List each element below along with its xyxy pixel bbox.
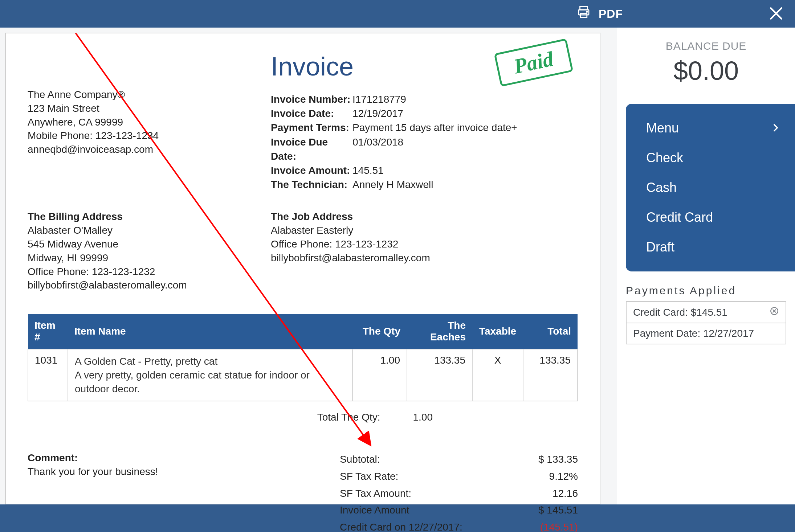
top-bar: PDF: [0, 0, 795, 28]
cell-total: 133.35: [523, 349, 578, 401]
menu-item-label: Menu: [646, 120, 679, 136]
comment-block: Comment: Thank you for your business!: [28, 452, 325, 532]
applied-payment-line1: Credit Card: $145.51: [633, 307, 727, 318]
billing-email: billybobfirst@alabasteromalley.com: [28, 278, 256, 292]
qty-total-value: 1.00: [413, 412, 433, 423]
meta-number: I171218779: [352, 92, 578, 106]
balance-due-amount: $0.00: [626, 56, 786, 86]
menu-item-label: Credit Card: [646, 210, 713, 225]
payment-menu-panel: Menu Check Cash Credit Card Draft: [626, 104, 795, 271]
taxrate-label: SF Tax Rate:: [340, 469, 523, 484]
taxamt-value: 12.16: [523, 486, 578, 501]
col-qty: The Qty: [352, 314, 407, 349]
company-block: The Anne Company® 123 Main Street Anywhe…: [28, 52, 256, 192]
meta-number-label: Invoice Number:: [271, 92, 352, 106]
job-email: billybobfirst@alabasteromalley.com: [271, 251, 578, 265]
table-header-row: Item # Item Name The Qty The Eaches Taxa…: [28, 314, 578, 349]
col-item-no: Item #: [28, 314, 68, 349]
billing-phone: Office Phone: 123-123-1232: [28, 265, 256, 279]
cell-eaches: 133.35: [407, 349, 472, 401]
col-taxable: Taxable: [472, 314, 523, 349]
company-addr2: Anywhere, CA 99999: [28, 115, 256, 129]
company-name: The Anne Company®: [28, 88, 256, 102]
payments-applied-label: Payments Applied: [626, 285, 786, 297]
menu-item-draft[interactable]: Draft: [626, 232, 795, 262]
cell-item-no: 1031: [28, 349, 68, 401]
taxrate-value: 9.12%: [523, 469, 578, 484]
invamt-value: $ 145.51: [523, 503, 578, 518]
meta-terms-label: Payment Terms:: [271, 120, 352, 135]
applied-payment-card: Credit Card: $145.51 Payment Date: 12/27…: [626, 301, 786, 344]
delete-payment-button[interactable]: [770, 306, 779, 318]
qty-total-row: Total The Qty: 1.00: [28, 412, 578, 423]
subtotal-value: $ 133.35: [523, 452, 578, 467]
line-items-table: Item # Item Name The Qty The Eaches Taxa…: [28, 314, 578, 401]
billing-name: Alabaster O'Malley: [28, 224, 256, 237]
meta-tech-label: The Technician:: [271, 177, 352, 192]
meta-due: 01/03/2018: [352, 135, 578, 163]
cell-item-name: A Golden Cat - Pretty, pretty cat A very…: [68, 349, 352, 401]
col-eaches: The Eaches: [407, 314, 472, 349]
job-name: Alabaster Easterly: [271, 224, 578, 237]
job-title: The Job Address: [271, 210, 578, 224]
qty-total-label: Total The Qty:: [317, 412, 380, 423]
close-button[interactable]: [768, 5, 784, 22]
job-phone: Office Phone: 123-123-1232: [271, 237, 578, 251]
company-email: anneqbd@invoiceasap.com: [28, 143, 256, 156]
billing-addr1: 545 Midway Avenue: [28, 237, 256, 251]
pdf-label: PDF: [599, 7, 623, 21]
menu-item-label: Check: [646, 150, 683, 165]
svg-rect-2: [580, 14, 587, 18]
content-area: The Anne Company® 123 Main Street Anywhe…: [0, 28, 795, 504]
cell-taxable: X: [472, 349, 523, 401]
billing-addr2: Midway, HI 99999: [28, 251, 256, 265]
invoice-viewport: The Anne Company® 123 Main Street Anywhe…: [0, 28, 617, 504]
menu-item-label: Cash: [646, 180, 677, 195]
meta-terms: Payment 15 days after invoice date+: [352, 120, 578, 135]
meta-tech: Annely H Maxwell: [352, 177, 578, 192]
item-name-text: A Golden Cat - Pretty, pretty cat: [75, 355, 346, 368]
totals-block: Subtotal: $ 133.35 SF Tax Rate: 9.12% SF…: [340, 452, 578, 532]
menu-item-check[interactable]: Check: [626, 143, 795, 173]
payment-label: Credit Card on 12/27/2017:: [340, 520, 523, 532]
comment-label: Comment:: [28, 452, 325, 464]
menu-item-cash[interactable]: Cash: [626, 173, 795, 202]
payment-value: (145.51): [523, 520, 578, 532]
balance-due-label: BALANCE DUE: [626, 40, 786, 52]
menu-item-credit-card[interactable]: Credit Card: [626, 202, 795, 232]
delete-icon: [770, 307, 779, 318]
menu-item-label: Draft: [646, 240, 674, 255]
applied-payment-line2: Payment Date: 12/27/2017: [633, 328, 754, 339]
invoice-document: The Anne Company® 123 Main Street Anywhe…: [5, 33, 600, 504]
col-item-name: Item Name: [68, 314, 352, 349]
print-icon: [576, 5, 591, 23]
invamt-label: Invoice Amount: [340, 503, 523, 518]
company-phone: Mobile Phone: 123-123-1234: [28, 129, 256, 143]
svg-point-3: [586, 11, 587, 12]
meta-due-label: Invoice Due Date:: [271, 135, 352, 163]
close-icon: [768, 16, 784, 22]
menu-item-menu[interactable]: Menu: [626, 113, 795, 143]
col-total: Total: [523, 314, 578, 349]
comment-text: Thank you for your business!: [28, 466, 325, 478]
chevron-right-icon: [771, 120, 780, 136]
company-addr1: 123 Main Street: [28, 102, 256, 115]
taxamt-label: SF Tax Amount:: [340, 486, 523, 501]
invoice-meta: Invoice Number: I171218779 Invoice Date:…: [271, 92, 578, 192]
meta-date: 12/19/2017: [352, 106, 578, 120]
cell-qty: 1.00: [352, 349, 407, 401]
meta-amount-label: Invoice Amount:: [271, 163, 352, 177]
billing-title: The Billing Address: [28, 210, 256, 224]
meta-amount: 145.51: [352, 163, 578, 177]
billing-address-block: The Billing Address Alabaster O'Malley 5…: [28, 210, 256, 292]
item-desc-text: A very pretty, golden ceramic cat statue…: [75, 368, 346, 396]
meta-date-label: Invoice Date:: [271, 106, 352, 120]
job-address-block: The Job Address Alabaster Easterly Offic…: [271, 210, 578, 292]
sidebar: BALANCE DUE $0.00 Menu Check Cash Credit…: [617, 28, 795, 504]
pdf-button[interactable]: PDF: [576, 5, 623, 23]
table-row: 1031 A Golden Cat - Pretty, pretty cat A…: [28, 349, 578, 401]
subtotal-label: Subtotal:: [340, 452, 523, 467]
